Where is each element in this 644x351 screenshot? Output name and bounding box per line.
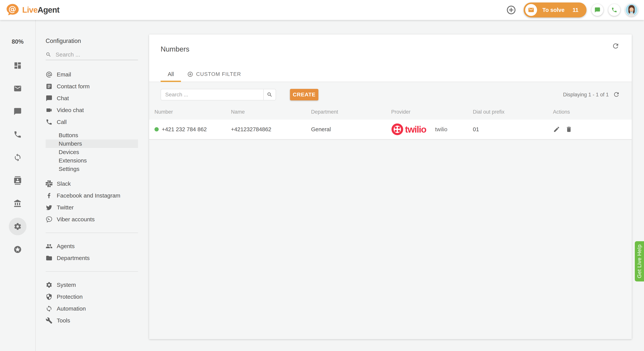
table-row[interactable]: +421 232 784 862 +421232784862 General t… xyxy=(149,120,632,139)
pagination-status: Displaying 1 - 1 of 1 xyxy=(563,92,609,98)
rail-chats-button[interactable] xyxy=(9,100,26,123)
sidebar-item-label: Agents xyxy=(57,243,74,250)
pencil-icon xyxy=(553,126,560,133)
sidebar-subitem-buttons[interactable]: Buttons xyxy=(46,131,138,139)
sidebar-search xyxy=(46,49,138,60)
sidebar-menu: Email Contact form Chat Video chat Call … xyxy=(46,69,138,327)
sidebar-item-system[interactable]: System xyxy=(46,279,138,291)
refresh-icon xyxy=(613,91,620,98)
panel-header: Numbers All CUSTOM FILTER xyxy=(149,34,632,82)
liveagent-logo[interactable]: @ LiveAgent xyxy=(6,3,60,17)
sidebar-item-agents[interactable]: Agents xyxy=(46,240,138,252)
viber-icon xyxy=(46,216,52,223)
tab-label: CUSTOM FILTER xyxy=(196,71,241,77)
refresh-icon xyxy=(612,42,620,50)
wrench-icon xyxy=(46,317,52,324)
filter-tabs: All CUSTOM FILTER xyxy=(160,68,241,82)
sidebar-item-label: Chat xyxy=(57,95,69,101)
sidebar-item-contact-form[interactable]: Contact form xyxy=(46,80,138,92)
sidebar-item-facebook-instagram[interactable]: Facebook and Instagram xyxy=(46,190,138,202)
rail-settings-button[interactable] xyxy=(9,215,26,238)
numbers-table: Number Name Department Provider Dial out… xyxy=(149,104,632,339)
sidebar-subitem-settings[interactable]: Settings xyxy=(46,165,138,173)
column-header-actions: Actions xyxy=(553,109,632,115)
table-refresh-button[interactable] xyxy=(613,91,620,98)
sidebar-divider xyxy=(46,271,138,272)
liveagent-bubble-icon: @ xyxy=(6,3,20,17)
sidebar-item-chat[interactable]: Chat xyxy=(46,92,138,104)
panel-refresh-button[interactable] xyxy=(612,42,620,50)
sidebar-divider xyxy=(46,233,138,233)
rail-stars-button[interactable] xyxy=(9,238,26,261)
rail-calls-button[interactable] xyxy=(9,123,26,146)
sidebar-item-departments[interactable]: Departments xyxy=(46,252,138,264)
sidebar-subitem-extensions[interactable]: Extensions xyxy=(46,156,138,165)
start-call-button[interactable] xyxy=(608,4,620,16)
sidebar-item-video-chat[interactable]: Video chat xyxy=(46,104,138,116)
rail-dashboard-button[interactable] xyxy=(9,54,26,77)
table-search-button[interactable] xyxy=(263,89,276,100)
rail-automation-button[interactable] xyxy=(9,146,26,169)
sidebar-item-call[interactable]: Call xyxy=(46,116,138,128)
folder-icon xyxy=(46,255,52,262)
phone-icon xyxy=(46,119,52,125)
sidebar-item-viber[interactable]: Viber accounts xyxy=(46,213,138,225)
delete-button[interactable] xyxy=(565,126,572,133)
to-solve-count: 11 xyxy=(572,7,578,13)
table-search-input[interactable] xyxy=(161,89,263,100)
rail-contacts-button[interactable] xyxy=(9,169,26,192)
twilio-wordmark: twilio xyxy=(405,124,426,135)
chat-icon xyxy=(46,95,52,102)
rail-academy-button[interactable] xyxy=(9,192,26,215)
at-icon xyxy=(46,71,52,78)
to-solve-button[interactable]: To solve 11 xyxy=(524,2,586,17)
slack-icon xyxy=(46,180,52,187)
table-empty-area xyxy=(149,139,632,339)
people-icon xyxy=(46,243,52,250)
page-title: Numbers xyxy=(160,34,620,53)
cell-actions xyxy=(553,126,632,133)
edit-button[interactable] xyxy=(553,126,560,133)
chat-bubble-icon xyxy=(594,7,600,13)
sidebar-search-input[interactable] xyxy=(56,51,138,58)
sidebar-subitem-numbers[interactable]: Numbers xyxy=(46,139,138,148)
table-header-row: Number Name Department Provider Dial out… xyxy=(149,104,632,120)
sidebar-item-tools[interactable]: Tools xyxy=(46,315,138,327)
sidebar-item-email[interactable]: Email xyxy=(46,69,138,80)
rail-tickets-button[interactable] xyxy=(9,77,26,100)
icon-rail: 80% xyxy=(0,20,36,351)
sidebar-item-twitter[interactable]: Twitter xyxy=(46,202,138,213)
sidebar-item-label: Email xyxy=(57,71,71,78)
search-icon xyxy=(267,92,272,97)
sidebar-item-automation[interactable]: Automation xyxy=(46,303,138,315)
sidebar-item-label: Protection xyxy=(57,294,82,300)
start-chat-button[interactable] xyxy=(592,4,603,16)
add-new-button[interactable] xyxy=(506,4,517,15)
page: @ LiveAgent To solve 11 xyxy=(0,0,644,351)
sidebar-item-label: Departments xyxy=(57,255,90,261)
dashboard-icon xyxy=(14,61,22,70)
sidebar-item-protection[interactable]: Protection xyxy=(46,291,138,303)
sidebar-item-slack[interactable]: Slack xyxy=(46,178,138,190)
usage-badge: 80% xyxy=(12,38,24,45)
facebook-icon xyxy=(46,192,52,199)
tab-all[interactable]: All xyxy=(160,68,181,82)
user-avatar[interactable] xyxy=(625,4,638,16)
cell-department: General xyxy=(311,126,391,133)
envelope-icon xyxy=(528,7,534,13)
phone-icon xyxy=(611,7,617,13)
to-solve-label: To solve xyxy=(542,7,565,13)
sidebar-item-label: Twitter xyxy=(57,204,74,211)
sidebar-item-label: Call xyxy=(57,119,67,125)
get-live-help-button[interactable]: Get Live Help xyxy=(635,241,644,282)
create-button[interactable]: CREATE xyxy=(290,89,318,100)
sidebar-subitem-devices[interactable]: Devices xyxy=(46,148,138,156)
tab-custom-filter[interactable]: CUSTOM FILTER xyxy=(187,68,241,82)
column-header-provider: Provider xyxy=(391,109,473,115)
add-circle-icon xyxy=(187,71,193,77)
sidebar-item-label: Viber accounts xyxy=(57,216,95,223)
cell-number: +421 232 784 862 xyxy=(154,126,231,133)
column-header-department: Department xyxy=(311,109,391,115)
number-value: +421 232 784 862 xyxy=(162,126,207,133)
twilio-logo-icon xyxy=(391,123,404,135)
